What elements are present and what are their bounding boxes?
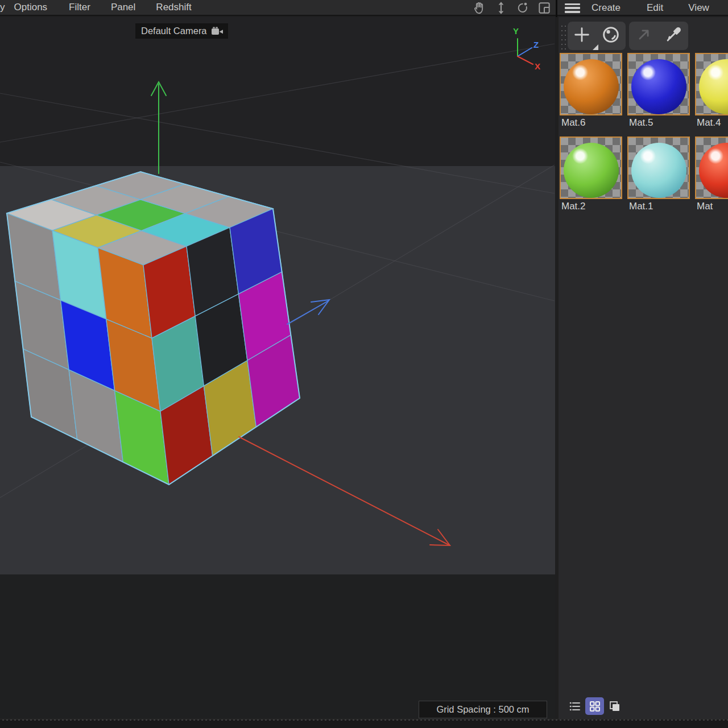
material-name[interactable]: Mat.2 <box>560 199 622 214</box>
dolly-arrows-icon[interactable] <box>494 1 508 15</box>
material-item[interactable]: Mat.2 <box>560 136 622 214</box>
material-thumbnail[interactable] <box>695 136 728 199</box>
material-ball-icon[interactable] <box>601 24 621 47</box>
arrow-up-right-icon <box>634 25 653 47</box>
material-thumbnail[interactable] <box>627 53 690 115</box>
material-name[interactable]: Mat.1 <box>627 199 690 214</box>
material-name[interactable]: Mat.5 <box>627 115 690 130</box>
material-sphere-preview <box>631 59 686 114</box>
material-sphere-preview <box>699 59 728 114</box>
material-item[interactable]: Mat.1 <box>627 136 690 214</box>
material-manager-panel: Mat.6 Mat.5 Mat.4 Mat.2 Mat.1 Mat <box>559 17 728 719</box>
menu-item-filter[interactable]: Filter <box>62 2 97 13</box>
material-item[interactable]: Mat.4 <box>695 53 728 130</box>
material-thumbnail[interactable] <box>695 53 728 115</box>
camera-label-text: Default Camera <box>141 26 207 36</box>
axis-gizmo <box>518 39 533 64</box>
viewport-nav-icons <box>472 1 552 15</box>
material-item[interactable]: Mat <box>695 136 728 214</box>
material-thumbnail[interactable] <box>627 136 690 199</box>
z-axis-arrow <box>287 300 329 324</box>
scene-canvas <box>0 17 555 719</box>
material-sphere-preview <box>631 143 686 198</box>
panel-drag-grip[interactable] <box>560 24 568 51</box>
material-sphere-preview <box>699 143 728 198</box>
rubik-cube[interactable] <box>7 172 300 485</box>
menu-item-panel[interactable]: Panel <box>104 2 142 13</box>
menu-bar: y Options Filter Panel Redshift <box>0 0 728 16</box>
material-thumbnail[interactable] <box>560 53 622 115</box>
grid-view-icon[interactable] <box>585 697 604 715</box>
menu-item-create[interactable]: Create <box>584 2 628 14</box>
window-bottom-strip[interactable] <box>0 719 728 728</box>
viewport-3d[interactable]: Default Camera Y Z X Grid Spacing : 500 … <box>0 17 555 719</box>
add-material-icon[interactable] <box>572 25 592 47</box>
menu-item-redshift[interactable]: Redshift <box>149 2 198 13</box>
material-manager-menu: Create Edit View S <box>562 0 728 16</box>
menu-item-options[interactable]: Options <box>7 2 55 13</box>
gizmo-x-label[interactable]: X <box>535 61 540 71</box>
menu-item-view[interactable]: View <box>680 2 717 14</box>
menu-item-partial[interactable]: y <box>0 2 7 13</box>
hamburger-menu-icon[interactable] <box>565 3 580 13</box>
materials-grid: Mat.6 Mat.5 Mat.4 Mat.2 Mat.1 Mat <box>560 53 728 220</box>
gizmo-z-label[interactable]: Z <box>533 40 539 49</box>
add-material-dropdown-icon[interactable] <box>593 44 598 50</box>
camera-label[interactable]: Default Camera <box>135 23 228 39</box>
y-axis-arrow <box>151 82 166 173</box>
menu-item-edit[interactable]: Edit <box>639 2 671 14</box>
material-name[interactable]: Mat.6 <box>560 115 622 130</box>
material-item[interactable]: Mat.5 <box>627 53 690 130</box>
gizmo-y-label[interactable]: Y <box>513 26 519 36</box>
camera-icon <box>211 27 224 36</box>
material-item[interactable]: Mat.6 <box>560 53 622 130</box>
x-axis-arrow <box>239 437 450 545</box>
eyedropper-icon[interactable] <box>664 25 683 47</box>
orbit-rotate-icon[interactable] <box>515 1 530 15</box>
grid-spacing-text: Grid Spacing : 500 cm <box>436 704 529 715</box>
pan-hand-icon[interactable] <box>472 1 487 15</box>
menubar-divider <box>556 0 557 17</box>
list-view-icon[interactable] <box>565 697 584 715</box>
grid-spacing-readout: Grid Spacing : 500 cm <box>419 701 547 718</box>
material-create-group <box>568 22 626 50</box>
material-tools-group <box>629 22 688 50</box>
layer-view-icon[interactable] <box>605 697 624 715</box>
material-name[interactable]: Mat.4 <box>695 115 728 130</box>
material-sphere-preview <box>564 143 619 198</box>
material-name[interactable]: Mat <box>695 199 728 214</box>
material-thumbnail[interactable] <box>560 136 622 199</box>
toggle-view-icon[interactable] <box>537 1 552 15</box>
material-sphere-preview <box>564 59 619 114</box>
material-view-modes <box>565 697 624 715</box>
